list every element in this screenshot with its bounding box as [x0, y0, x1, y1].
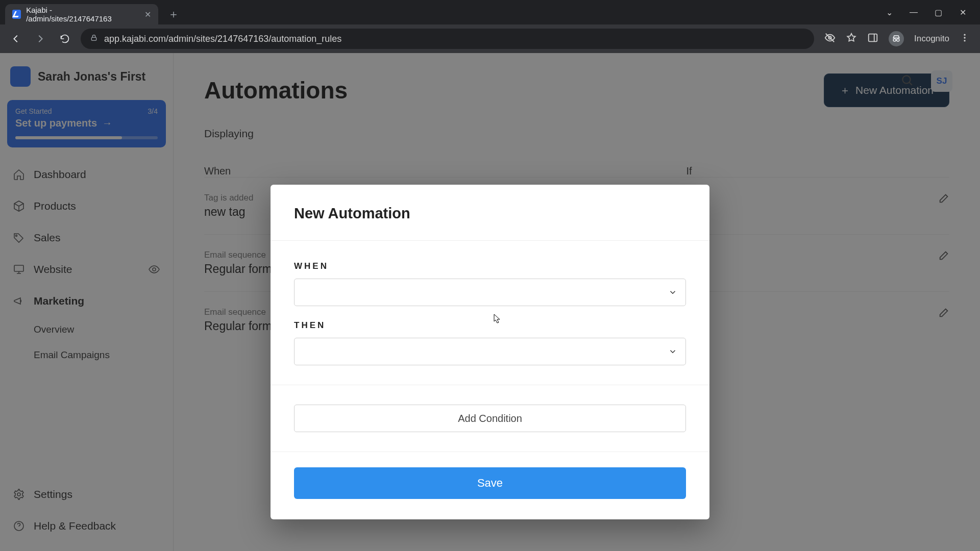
chevron-down-icon — [668, 347, 677, 356]
svg-rect-0 — [91, 37, 96, 40]
svg-point-3 — [893, 39, 896, 41]
browser-chrome: Kajabi - /admin/sites/2147647163 ✕ ＋ ⌄ ―… — [0, 0, 980, 53]
omnibox[interactable]: app.kajabi.com/admin/sites/2147647163/au… — [81, 29, 814, 49]
kebab-menu-icon[interactable] — [960, 33, 970, 45]
tab-title: Kajabi - /admin/sites/2147647163 — [26, 6, 134, 23]
tab-strip: Kajabi - /admin/sites/2147647163 ✕ ＋ ⌄ ―… — [0, 0, 980, 24]
browser-tab[interactable]: Kajabi - /admin/sites/2147647163 ✕ — [5, 4, 158, 24]
add-condition-label: Add Condition — [458, 413, 522, 424]
window-controls: ⌄ ― ▢ ✕ — [872, 0, 980, 24]
save-button[interactable]: Save — [294, 467, 686, 499]
maximize-icon[interactable]: ▢ — [933, 8, 943, 17]
new-tab-button[interactable]: ＋ — [165, 6, 182, 22]
svg-point-6 — [964, 37, 965, 38]
svg-rect-2 — [869, 34, 877, 42]
forward-button[interactable] — [32, 30, 49, 47]
save-label: Save — [477, 477, 503, 489]
chevron-down-icon — [668, 288, 677, 297]
add-condition-button[interactable]: Add Condition — [294, 405, 686, 432]
then-label: THEN — [294, 320, 686, 331]
url-text: app.kajabi.com/admin/sites/2147647163/au… — [104, 34, 341, 44]
minimize-icon[interactable]: ― — [909, 8, 919, 17]
new-automation-modal: New Automation WHEN THEN Add Condition S… — [271, 185, 709, 519]
modal-title: New Automation — [294, 205, 686, 222]
reload-button[interactable] — [56, 30, 74, 47]
lock-icon — [90, 34, 98, 44]
incognito-avatar-icon[interactable] — [889, 31, 904, 46]
tab-close-icon[interactable]: ✕ — [144, 10, 151, 19]
cursor-icon — [494, 314, 501, 324]
when-label: WHEN — [294, 261, 686, 271]
app-viewport: Sarah Jonas's First Get Started 3/4 Set … — [0, 53, 980, 551]
eye-off-icon[interactable] — [824, 32, 836, 45]
panel-icon[interactable] — [867, 32, 878, 45]
address-bar: app.kajabi.com/admin/sites/2147647163/au… — [0, 24, 980, 53]
svg-point-5 — [964, 34, 965, 36]
tab-favicon-icon — [12, 10, 21, 19]
back-button[interactable] — [7, 30, 24, 47]
when-select[interactable] — [294, 279, 686, 306]
close-window-icon[interactable]: ✕ — [958, 8, 968, 17]
then-select[interactable] — [294, 338, 686, 365]
bookmark-star-icon[interactable] — [846, 32, 857, 45]
svg-point-4 — [897, 39, 899, 41]
address-bar-actions: Incognito — [821, 31, 973, 46]
svg-point-7 — [964, 40, 965, 41]
chevron-down-icon[interactable]: ⌄ — [884, 8, 894, 17]
incognito-label: Incognito — [914, 34, 949, 44]
